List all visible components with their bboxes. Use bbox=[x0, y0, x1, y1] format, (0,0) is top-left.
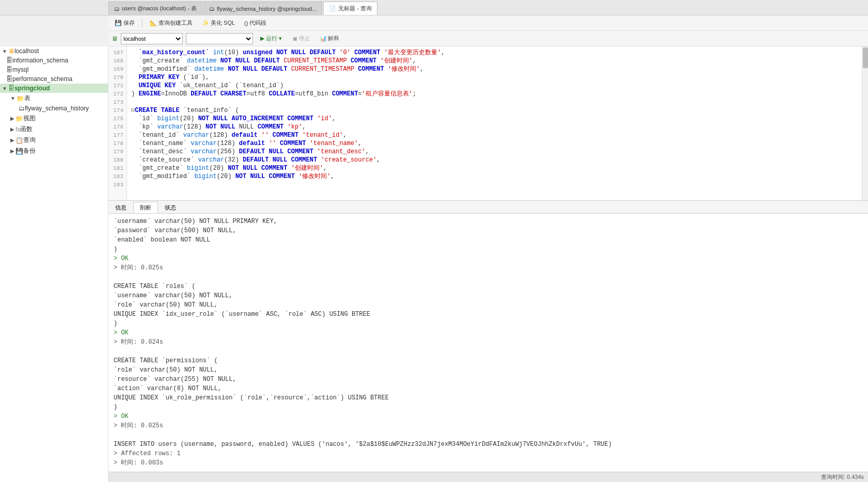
query-group-icon: 📋 bbox=[15, 137, 23, 144]
flyway-icon: 🗂 bbox=[19, 105, 25, 112]
table-group-icon: 📁 bbox=[17, 95, 24, 102]
tab-icon-flyway: 🗂 bbox=[209, 6, 215, 12]
beautify-icon: ✨ bbox=[202, 20, 209, 26]
stop-icon: ⏹ bbox=[292, 36, 298, 42]
sidebar-item-springcloud[interactable]: ▼ 🗄 springcloud bbox=[0, 84, 108, 93]
sidebar-item-table-group[interactable]: ▼ 📁 表 bbox=[0, 93, 108, 104]
tab-status[interactable]: 状态 bbox=[158, 202, 183, 213]
sidebar-item-localhost[interactable]: ▼ 🖥 localhost bbox=[0, 46, 108, 56]
result-roles-3: UNIQUE INDEX `idx_user_role` (`username`… bbox=[114, 311, 370, 318]
tab-untitled[interactable]: 📄 无标题 - 查询 bbox=[323, 2, 377, 15]
content-area: 167168169170171 172173174175176 17717817… bbox=[108, 46, 868, 482]
tab-icon-users: 🗂 bbox=[114, 6, 120, 12]
run-icon: ▶ bbox=[260, 35, 264, 42]
code-snippet-icon: () bbox=[244, 20, 248, 26]
bottom-tabs: 信息 剖析 状态 bbox=[108, 200, 868, 214]
toolbar-sep-1 bbox=[142, 19, 143, 27]
run-bar: 🖥 localhost ▶ 运行 ▾ ⏹ 停止 📊 解释 bbox=[108, 31, 868, 46]
result-line-4: ) bbox=[114, 246, 117, 253]
localhost-db-icon: 🖥 bbox=[8, 47, 14, 55]
toolbar: 💾 保存 📐 查询创建工具 ✨ 美化 SQL () 代码段 bbox=[108, 15, 868, 31]
result-ok-1: > OK bbox=[114, 255, 129, 262]
save-icon: 💾 bbox=[115, 20, 122, 26]
line-numbers: 167168169170171 172173174175176 17717817… bbox=[108, 46, 127, 200]
result-roles-4: ) bbox=[114, 320, 117, 327]
code-snippet-button[interactable]: () 代码段 bbox=[241, 18, 270, 28]
editor-scrollbar[interactable] bbox=[862, 46, 868, 200]
result-line-2: `password` varchar(500) NOT NULL, bbox=[114, 227, 236, 234]
perf-schema-icon: 🗄 bbox=[6, 75, 12, 83]
result-roles-1: `username` varchar(50) NOT NULL, bbox=[114, 292, 232, 299]
sidebar-item-information-schema[interactable]: 🗄 information_schema bbox=[0, 56, 108, 65]
localhost-icon: 🖥 bbox=[112, 35, 118, 42]
mysql-icon: 🗄 bbox=[6, 66, 12, 73]
sidebar-item-backup-group[interactable]: ▶ 💾 备份 bbox=[0, 146, 108, 156]
sidebar-item-mysql[interactable]: 🗄 mysql bbox=[0, 65, 108, 74]
result-perms-3: `action` varchar(8) NOT NULL, bbox=[114, 385, 222, 392]
result-perms-5: ) bbox=[114, 404, 117, 411]
main-layout: ▼ 🖥 localhost 🗄 information_schema 🗄 mys… bbox=[0, 46, 868, 482]
query-build-icon: 📐 bbox=[150, 20, 157, 26]
result-time-4: > 时间: 0.003s bbox=[114, 459, 163, 467]
result-insert-users: INSERT INTO users (username, password, e… bbox=[114, 441, 612, 448]
result-time-2: > 时间: 0.024s bbox=[114, 339, 163, 346]
sidebar-item-query-group[interactable]: ▶ 📋 查询 bbox=[0, 135, 108, 146]
sidebar-item-view-group[interactable]: ▶ 📁 视图 bbox=[0, 113, 108, 124]
tab-bar: 🗂 users @nacos (localhost) - 表 🗂 flyway_… bbox=[0, 0, 868, 15]
save-button[interactable]: 💾 保存 bbox=[112, 18, 138, 28]
explain-icon: 📊 bbox=[320, 35, 327, 42]
func-group-icon: fx bbox=[15, 126, 20, 133]
view-group-icon: 📁 bbox=[15, 115, 23, 122]
result-ok-2: > OK bbox=[114, 329, 129, 336]
result-roles-2: `role` varchar(50) NOT NULL, bbox=[114, 301, 218, 309]
code-editor[interactable]: `max_history_count` int(10) unsigned NOT… bbox=[127, 46, 862, 200]
tab-icon-untitled: 📄 bbox=[329, 5, 336, 12]
result-perms-4: UNIQUE INDEX `uk_role_permission` (`role… bbox=[114, 394, 389, 401]
backup-group-icon: 💾 bbox=[15, 148, 23, 155]
info-schema-icon: 🗄 bbox=[6, 57, 12, 64]
editor-area: 167168169170171 172173174175176 17717817… bbox=[108, 46, 868, 200]
result-line-3: `enabled` boolean NOT NULL bbox=[114, 236, 210, 244]
schema-selector[interactable] bbox=[186, 33, 253, 44]
result-create-roles: CREATE TABLE `roles` ( bbox=[114, 283, 195, 290]
stop-button[interactable]: ⏹ 停止 bbox=[289, 34, 313, 43]
result-perms-1: `role` varchar(50) NOT NULL, bbox=[114, 366, 218, 374]
sidebar-item-performance-schema[interactable]: 🗄 performance_schema bbox=[0, 74, 108, 84]
explain-button[interactable]: 📊 解释 bbox=[317, 34, 342, 43]
sidebar-item-flyway-schema[interactable]: 🗂 flyway_schema_history bbox=[0, 104, 108, 113]
result-affected-1: > Affected rows: 1 bbox=[114, 450, 181, 457]
sidebar: ▼ 🖥 localhost 🗄 information_schema 🗄 mys… bbox=[0, 46, 108, 482]
status-bar: 查询时间: 0.434s bbox=[108, 472, 868, 482]
editor-scrollbar-thumb[interactable] bbox=[863, 47, 868, 68]
run-dropdown-icon: ▾ bbox=[279, 35, 282, 42]
result-perms-2: `resource` varchar(255) NOT NULL, bbox=[114, 376, 236, 383]
springcloud-icon: 🗄 bbox=[8, 85, 14, 92]
tab-users[interactable]: 🗂 users @nacos (localhost) - 表 bbox=[108, 2, 202, 15]
tab-profiling[interactable]: 剖析 bbox=[133, 202, 158, 213]
run-button[interactable]: ▶ 运行 ▾ bbox=[256, 34, 286, 43]
result-ok-3: > OK bbox=[114, 413, 129, 420]
query-time: 查询时间: 0.434s bbox=[821, 473, 864, 481]
query-build-button[interactable]: 📐 查询创建工具 bbox=[147, 18, 196, 28]
result-area[interactable]: `username` varchar(50) NOT NULL PRIMARY … bbox=[108, 214, 868, 472]
result-line-1: `username` varchar(50) NOT NULL PRIMARY … bbox=[114, 218, 277, 225]
result-create-perms: CREATE TABLE `permissions` ( bbox=[114, 357, 218, 364]
tab-flyway[interactable]: 🗂 flyway_schema_history @springcloud... bbox=[203, 2, 322, 15]
beautify-button[interactable]: ✨ 美化 SQL bbox=[199, 18, 238, 28]
result-time-3: > 时间: 0.025s bbox=[114, 422, 163, 429]
db-selector[interactable]: localhost bbox=[121, 33, 183, 44]
result-time-1: > 时间: 0.025s bbox=[114, 264, 163, 271]
sidebar-item-func-group[interactable]: ▶ fx 函数 bbox=[0, 124, 108, 135]
tab-info[interactable]: 信息 bbox=[108, 202, 133, 213]
